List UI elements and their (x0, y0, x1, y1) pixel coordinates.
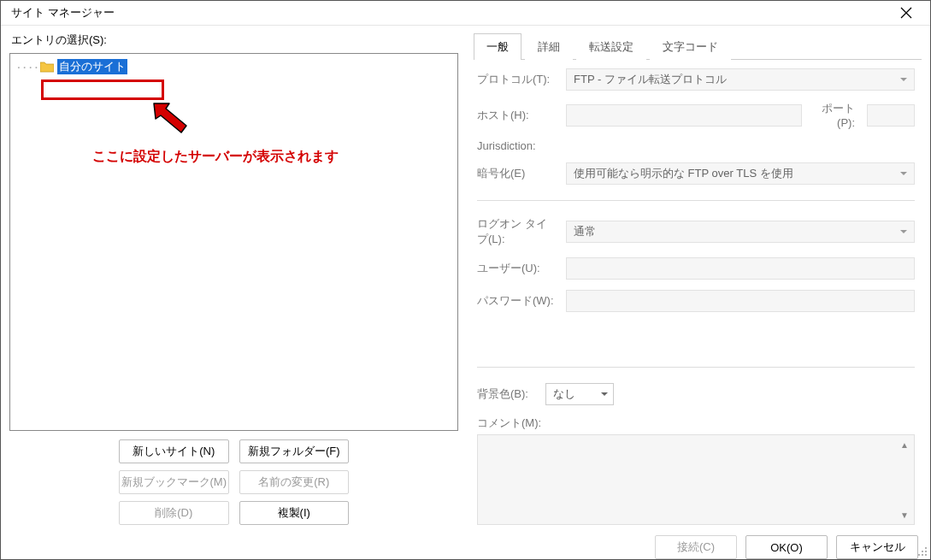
tab-charset[interactable]: 文字コード (650, 33, 731, 60)
logon-type-select[interactable]: 通常 (566, 221, 915, 243)
tab-transfer[interactable]: 転送設定 (576, 33, 646, 60)
tab-bar: 一般 詳細 転送設定 文字コード (474, 32, 922, 60)
port-field[interactable] (867, 104, 915, 127)
password-label: パスワード(W): (477, 293, 557, 309)
dialog-footer: 接続(C) OK(O) キャンセル (1, 525, 930, 560)
divider (477, 200, 915, 201)
logon-type-label: ログオン タイプ(L): (477, 216, 557, 247)
resize-grip-icon[interactable] (917, 546, 928, 557)
encryption-label: 暗号化(E) (477, 166, 557, 181)
tree-line-icon: ···· (15, 61, 38, 74)
tab-general[interactable]: 一般 (474, 33, 521, 60)
site-tree[interactable]: ···· 自分のサイト ここに設定したサーバーが表示されます (9, 53, 458, 431)
divider-2 (477, 367, 915, 368)
folder-icon (40, 61, 54, 73)
connect-button: 接続(C) (655, 535, 737, 559)
user-label: ユーザー(U): (477, 261, 557, 276)
left-panel: エントリの選択(S): ···· 自分のサイト (9, 32, 458, 525)
host-label: ホスト(H): (477, 108, 557, 123)
content-area: エントリの選択(S): ···· 自分のサイト (1, 26, 930, 525)
bgcolor-label: 背景色(B): (477, 386, 537, 402)
protocol-label: プロトコル(T): (477, 72, 557, 87)
annotation-arrow-icon (149, 98, 192, 136)
comment-textarea[interactable]: ▲ ▼ (477, 434, 915, 525)
titlebar: サイト マネージャー (1, 1, 930, 26)
entry-select-label: エントリの選択(S): (9, 32, 458, 48)
port-label: ポート(P): (810, 101, 858, 129)
user-field[interactable] (566, 257, 915, 280)
new-folder-button[interactable]: 新規フォルダー(F) (239, 439, 350, 463)
scroll-down-icon[interactable]: ▼ (899, 509, 910, 521)
ok-button[interactable]: OK(O) (745, 535, 828, 559)
window-title: サイト マネージャー (11, 5, 115, 21)
site-manager-window: サイト マネージャー エントリの選択(S): ···· 自分のサイト (0, 0, 931, 560)
close-icon (900, 7, 912, 19)
comment-label: コメント(M): (477, 416, 915, 431)
annotation-text: ここに設定したサーバーが表示されます (92, 148, 339, 166)
site-buttons: 新しいサイト(N) 新規フォルダー(F) 新規ブックマーク(M) 名前の変更(R… (9, 439, 458, 525)
close-button[interactable] (889, 1, 923, 25)
annotation-highlight-box (41, 80, 164, 100)
right-panel: 一般 詳細 転送設定 文字コード プロトコル(T): FTP - ファイル転送プ… (474, 32, 922, 525)
svg-marker-2 (154, 103, 186, 133)
svg-point-7 (922, 554, 923, 556)
scroll-up-icon[interactable]: ▲ (899, 439, 910, 451)
tab-advanced[interactable]: 詳細 (525, 33, 573, 60)
jurisdiction-label: Jurisdiction: (477, 139, 557, 152)
delete-button: 削除(D) (119, 501, 229, 525)
protocol-select[interactable]: FTP - ファイル転送プロトコル (566, 68, 915, 91)
bgcolor-select[interactable]: なし (545, 383, 614, 405)
tree-root-label: 自分のサイト (57, 59, 127, 74)
host-field[interactable] (566, 104, 802, 127)
svg-point-3 (925, 547, 927, 549)
encryption-select[interactable]: 使用可能なら明示的な FTP over TLS を使用 (566, 162, 915, 185)
cancel-button[interactable]: キャンセル (836, 535, 918, 559)
duplicate-button[interactable]: 複製(I) (239, 501, 350, 525)
general-form: プロトコル(T): FTP - ファイル転送プロトコル ホスト(H): ポート(… (474, 60, 922, 525)
svg-point-4 (922, 551, 923, 552)
svg-point-5 (925, 551, 927, 552)
new-bookmark-button: 新規ブックマーク(M) (119, 470, 229, 494)
svg-point-6 (918, 554, 920, 556)
svg-point-8 (925, 554, 927, 556)
password-field[interactable] (566, 290, 915, 312)
tree-root-row[interactable]: ···· 自分のサイト (15, 59, 452, 74)
new-site-button[interactable]: 新しいサイト(N) (119, 439, 229, 463)
rename-button: 名前の変更(R) (239, 470, 350, 494)
